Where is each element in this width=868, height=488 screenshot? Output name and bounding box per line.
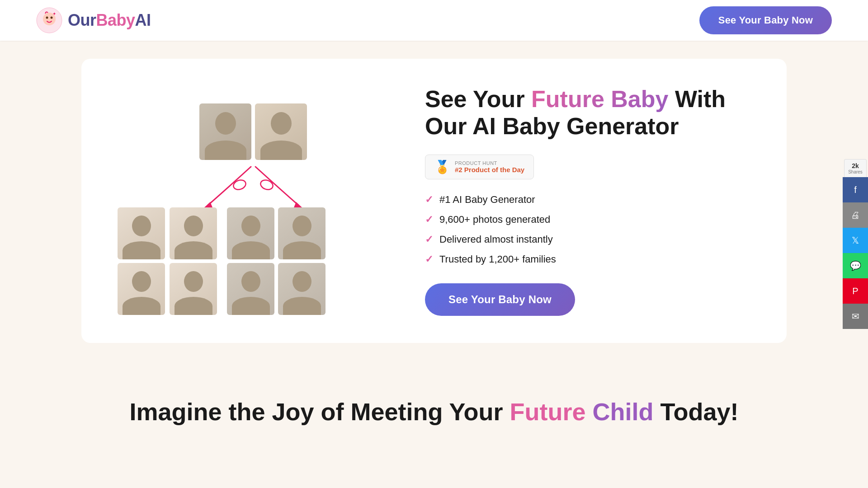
facebook-share-button[interactable]: f [843, 177, 868, 202]
boy-child-3 [278, 207, 326, 259]
boys-group-2 [278, 207, 326, 315]
father-photo [199, 103, 251, 160]
bottom-section: Imagine the Joy of Meeting Your Future C… [0, 370, 868, 440]
header-cta-button[interactable]: See Your Baby Now [699, 6, 832, 34]
feature-item: ✓Delivered almost instantly [425, 234, 750, 245]
girl-child-3 [170, 207, 217, 259]
logo-text: OurBabyAI [68, 11, 151, 30]
pinterest-share-button[interactable]: P [843, 278, 868, 304]
hero-card: See Your Future Baby With Our AI Baby Ge… [81, 59, 787, 343]
girls-group [118, 207, 165, 315]
boy-child-4 [278, 263, 326, 315]
feature-item: ✓Trusted by 1,200+ families [425, 253, 750, 265]
logo: ✦ OurBabyAI [36, 7, 151, 33]
svg-point-8 [259, 178, 274, 191]
twitter-share-button[interactable]: 𝕏 [843, 228, 868, 253]
social-share-sidebar: 2k Shares f 🖨 𝕏 💬 P ✉ [843, 159, 868, 329]
email-share-button[interactable]: ✉ [843, 304, 868, 329]
girl-child-4 [170, 263, 217, 315]
girl-child-2 [118, 263, 165, 315]
product-hunt-text: PRODUCT HUNT #2 Product of the Day [455, 160, 524, 174]
hero-text: See Your Future Baby With Our AI Baby Ge… [425, 86, 750, 316]
check-icon: ✓ [425, 214, 433, 225]
mother-photo [255, 103, 307, 160]
boys-group [227, 207, 274, 315]
svg-point-3 [51, 17, 53, 19]
feature-item: ✓#1 AI Baby Generator [425, 194, 750, 206]
svg-point-2 [46, 17, 48, 19]
bottom-headline: Imagine the Joy of Meeting Your Future C… [81, 397, 787, 427]
parent-photos [199, 103, 307, 160]
check-icon: ✓ [425, 234, 433, 245]
check-icon: ✓ [425, 253, 433, 265]
girl-child-1 [118, 207, 165, 259]
svg-point-6 [232, 178, 247, 191]
share-count: 2k Shares [844, 159, 867, 177]
product-hunt-badge: 🏅 PRODUCT HUNT #2 Product of the Day [425, 155, 534, 179]
boy-child-1 [227, 207, 274, 259]
main-content: See Your Future Baby With Our AI Baby Ge… [0, 41, 868, 370]
feature-list: ✓#1 AI Baby Generator✓9,600+ photos gene… [425, 194, 750, 265]
svg-text:✦: ✦ [52, 11, 56, 16]
print-share-button[interactable]: 🖨 [843, 202, 868, 228]
whatsapp-share-button[interactable]: 💬 [843, 253, 868, 278]
feature-item: ✓9,600+ photos generated [425, 214, 750, 225]
hero-headline: See Your Future Baby With Our AI Baby Ge… [425, 86, 750, 140]
hero-cta-button[interactable]: See Your Baby Now [425, 283, 575, 316]
header: ✦ OurBabyAI See Your Baby Now [0, 0, 868, 41]
girls-group-2 [170, 207, 217, 315]
check-icon: ✓ [425, 194, 433, 206]
product-hunt-medal-icon: 🏅 [434, 160, 450, 174]
photo-collage [118, 103, 389, 298]
logo-icon: ✦ [36, 7, 62, 33]
boy-child-2 [227, 263, 274, 315]
